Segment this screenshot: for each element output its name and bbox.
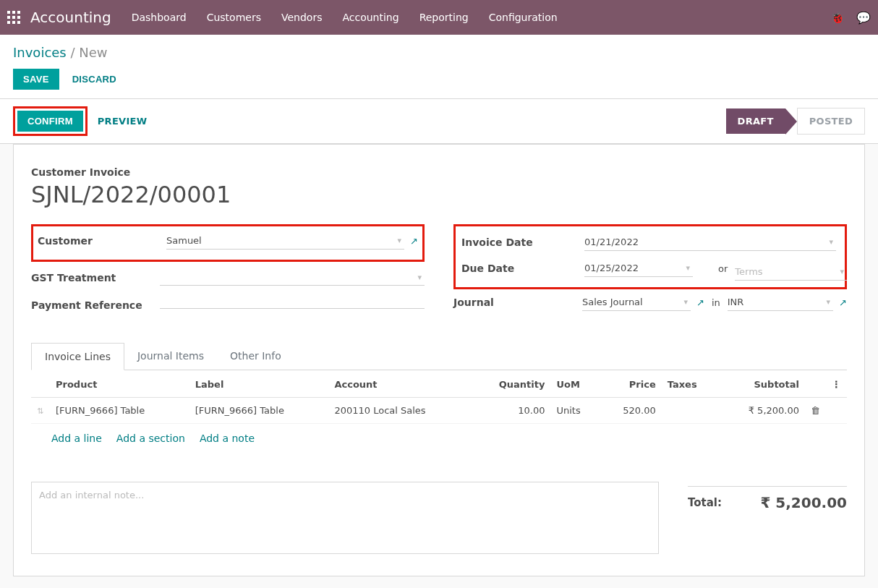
tabs: Invoice Lines Journal Items Other Info P… — [31, 343, 847, 453]
cell-label[interactable]: [FURN_9666] Table — [189, 398, 329, 424]
label-gst: GST Treatment — [31, 272, 160, 284]
highlight-customer: Customer Samuel ↗ — [31, 224, 425, 262]
total-label: Total: — [688, 496, 722, 509]
cell-price[interactable]: 520.00 — [600, 398, 662, 424]
invoice-lines-table: Product Label Account Quantity UoM Price… — [31, 372, 847, 424]
terms-input[interactable]: Terms — [735, 263, 847, 281]
nav-customers[interactable]: Customers — [207, 12, 261, 23]
nav-reporting[interactable]: Reporting — [419, 12, 469, 23]
svg-rect-6 — [7, 21, 10, 24]
label-customer: Customer — [38, 235, 166, 247]
due-value: 01/25/2022 — [584, 263, 639, 273]
th-uom: UoM — [550, 372, 600, 398]
journal-value: Sales Journal — [582, 297, 643, 307]
th-subtotal: Subtotal — [719, 372, 806, 398]
drag-handle-icon[interactable]: ⇅ — [37, 406, 43, 416]
due-input[interactable]: 01/25/2022 — [584, 260, 693, 277]
add-note[interactable]: Add a note — [200, 433, 255, 444]
nav-dashboard[interactable]: Dashboard — [132, 12, 187, 23]
internal-note-input[interactable]: Add an internal note... — [31, 482, 659, 554]
th-taxes: Taxes — [662, 372, 719, 398]
form-col-left: Customer Samuel ↗ GST Treatment Payment … — [31, 224, 425, 321]
breadcrumb-separator: / — [70, 45, 79, 60]
currency-input[interactable]: INR — [728, 294, 833, 311]
more-columns-icon[interactable]: ⋮ — [826, 372, 847, 398]
svg-rect-0 — [7, 11, 10, 14]
total-value: ₹ 5,200.00 — [760, 494, 847, 511]
svg-rect-4 — [12, 16, 15, 19]
confirm-button[interactable]: CONFIRM — [17, 111, 83, 132]
currency-value: INR — [728, 297, 744, 307]
cell-account[interactable]: 200110 Local Sales — [328, 398, 471, 424]
customer-input[interactable]: Samuel — [166, 232, 404, 250]
preview-button[interactable]: PREVIEW — [98, 116, 148, 127]
control-panel: Invoices / New SAVE DISCARD — [0, 35, 878, 90]
cell-product[interactable]: [FURN_9666] Table — [50, 398, 189, 424]
svg-rect-1 — [12, 11, 15, 14]
tab-other-info[interactable]: Other Info — [217, 343, 294, 370]
invdate-value: 01/21/2022 — [584, 237, 639, 247]
trash-icon[interactable]: 🗑 — [811, 405, 820, 416]
cell-qty[interactable]: 10.00 — [471, 398, 550, 424]
svg-rect-3 — [7, 16, 10, 19]
form-col-right: Invoice Date 01/21/2022 Due Date 01/25/2… — [453, 224, 847, 321]
cell-taxes[interactable] — [662, 398, 719, 424]
customer-value: Samuel — [166, 235, 202, 246]
label-payref: Payment Reference — [31, 299, 160, 311]
navbar: Accounting Dashboard Customers Vendors A… — [0, 0, 878, 35]
tab-invoice-lines[interactable]: Invoice Lines — [31, 343, 124, 370]
breadcrumb-current: New — [79, 45, 107, 60]
breadcrumb: Invoices / New — [13, 45, 865, 60]
bug-icon[interactable]: 🐞 — [830, 11, 845, 25]
nav-vendors[interactable]: Vendors — [281, 12, 322, 23]
add-line[interactable]: Add a line — [51, 433, 102, 444]
payref-input[interactable] — [160, 302, 425, 309]
cell-subtotal: ₹ 5,200.00 — [719, 398, 806, 424]
form-sheet: Customer Invoice SJNL/2022/00001 Custome… — [13, 144, 865, 576]
app-name[interactable]: Accounting — [30, 9, 111, 26]
svg-rect-7 — [12, 21, 15, 24]
label-journal: Journal — [453, 297, 582, 308]
save-button[interactable]: SAVE — [13, 69, 59, 90]
breadcrumb-root[interactable]: Invoices — [13, 45, 67, 60]
nav-configuration[interactable]: Configuration — [489, 12, 558, 23]
external-link-icon[interactable]: ↗ — [410, 236, 418, 247]
th-account: Account — [328, 372, 471, 398]
cell-uom[interactable]: Units — [550, 398, 600, 424]
status-pills: DRAFT POSTED — [726, 108, 865, 135]
svg-rect-5 — [17, 16, 20, 19]
chat-icon[interactable]: 💬 — [856, 11, 871, 25]
apps-icon[interactable] — [7, 11, 20, 24]
journal-input[interactable]: Sales Journal — [582, 294, 691, 311]
totals: Total: ₹ 5,200.00 — [688, 482, 847, 511]
invoice-number: SJNL/2022/00001 — [31, 181, 847, 208]
highlight-confirm: CONFIRM — [13, 106, 88, 136]
label-due: Due Date — [461, 263, 584, 274]
label-invdate: Invoice Date — [461, 237, 584, 248]
invdate-input[interactable]: 01/21/2022 — [584, 234, 836, 251]
status-posted[interactable]: POSTED — [797, 108, 865, 135]
nav-accounting[interactable]: Accounting — [342, 12, 398, 23]
status-draft[interactable]: DRAFT — [726, 108, 785, 134]
svg-rect-2 — [17, 11, 20, 14]
table-row[interactable]: ⇅ [FURN_9666] Table [FURN_9666] Table 20… — [31, 398, 847, 424]
th-price: Price — [600, 372, 662, 398]
tab-journal-items[interactable]: Journal Items — [124, 343, 217, 370]
external-link-icon[interactable]: ↗ — [839, 297, 847, 308]
add-section[interactable]: Add a section — [116, 433, 185, 444]
sheet-heading-label: Customer Invoice — [31, 166, 847, 178]
terms-placeholder: Terms — [735, 266, 762, 277]
th-product: Product — [50, 372, 189, 398]
label-in: in — [704, 297, 728, 308]
statusbar: CONFIRM PREVIEW DRAFT POSTED — [0, 98, 878, 144]
nav-links: Dashboard Customers Vendors Accounting R… — [132, 12, 558, 23]
th-qty: Quantity — [471, 372, 550, 398]
gst-input[interactable] — [160, 270, 425, 286]
label-or: or — [711, 263, 735, 281]
external-link-icon[interactable]: ↗ — [696, 297, 704, 308]
th-label: Label — [189, 372, 329, 398]
svg-rect-8 — [17, 21, 20, 24]
discard-button[interactable]: DISCARD — [72, 74, 116, 85]
